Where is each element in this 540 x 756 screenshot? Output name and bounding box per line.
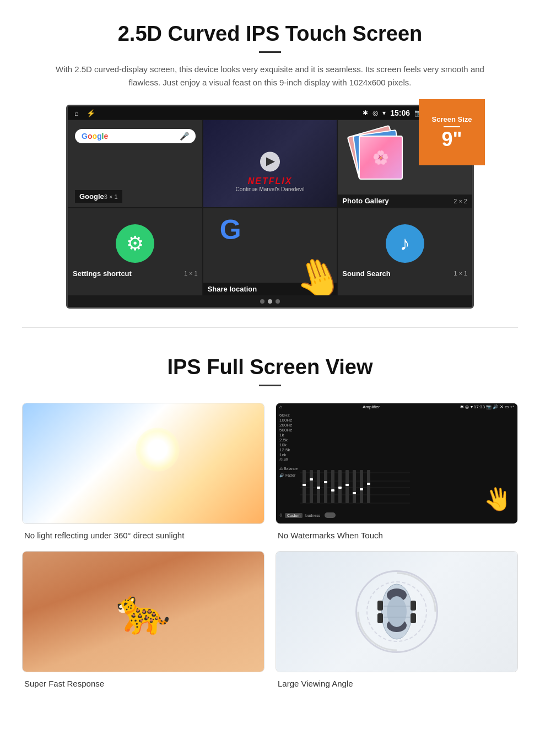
feature-label-sunlight: No light reflecting under 360° direct su… bbox=[22, 531, 264, 540]
svg-rect-32 bbox=[377, 601, 383, 611]
section2-title-underline bbox=[259, 385, 281, 386]
svg-rect-8 bbox=[310, 470, 313, 503]
settings-app-size: 1 × 1 bbox=[184, 270, 198, 277]
feature-image-cheetah: 🐆 bbox=[22, 551, 264, 672]
svg-rect-13 bbox=[324, 481, 327, 483]
section2-title: IPS Full Screen View bbox=[22, 355, 518, 379]
app-cell-google[interactable]: Google 🎤 Google 3 × 1 bbox=[68, 120, 203, 208]
car-visual bbox=[276, 552, 517, 672]
app-cell-share-location[interactable]: G 🤚 Share location 1 × 1 bbox=[203, 208, 338, 296]
feature-cheetah: 🐆 Super Fast Response bbox=[22, 551, 264, 688]
feature-grid: No light reflecting under 360° direct su… bbox=[22, 403, 518, 688]
status-left-icons: ⌂ ⚡ bbox=[74, 109, 95, 117]
svg-point-29 bbox=[387, 596, 407, 627]
pagination-dots bbox=[68, 296, 472, 307]
badge-size: 9" bbox=[441, 129, 462, 149]
feature-image-sunlight bbox=[22, 403, 264, 524]
svg-rect-9 bbox=[310, 478, 313, 480]
google-g-logo: G bbox=[220, 214, 241, 246]
amplifier-visual: ⌂ Amplifier ✱ ◎ ▾ 17:33 📷 🔊 ✕ ▭ ↩ 60Hz10… bbox=[276, 403, 517, 523]
dot-3[interactable] bbox=[276, 299, 280, 304]
app-cell-sound-search[interactable]: ♪ Sound Search 1 × 1 bbox=[337, 208, 472, 296]
netflix-play-button[interactable] bbox=[260, 152, 280, 171]
home-icon[interactable]: ⌂ bbox=[74, 109, 79, 117]
share-app-name: Share location bbox=[208, 285, 257, 293]
svg-rect-22 bbox=[360, 470, 363, 503]
loudness-toggle[interactable] bbox=[325, 512, 336, 518]
mic-icon[interactable]: 🎤 bbox=[180, 132, 189, 141]
sound-app-name: Sound Search bbox=[342, 269, 390, 278]
feature-amplifier: ⌂ Amplifier ✱ ◎ ▾ 17:33 📷 🔊 ✕ ▭ ↩ 60Hz10… bbox=[276, 403, 518, 540]
netflix-overlay: NETFLIX Continue Marvel's Daredevil bbox=[203, 172, 337, 195]
status-bar: ⌂ ⚡ ✱ ◎ ▾ 15:06 📷 🔊 ✕ ▭ ↩ bbox=[68, 106, 472, 120]
svg-rect-17 bbox=[338, 487, 342, 489]
google-app-name: Google bbox=[79, 192, 104, 201]
app-grid-row1: Google 🎤 Google 3 × 1 bbox=[68, 120, 472, 208]
svg-rect-11 bbox=[317, 487, 320, 489]
feature-label-amplifier: No Watermarks When Touch bbox=[276, 531, 518, 540]
play-triangle-icon bbox=[266, 157, 275, 166]
netflix-logo: NETFLIX bbox=[209, 176, 332, 186]
bluetooth-icon: ✱ bbox=[363, 109, 368, 117]
amp-custom-btn[interactable]: Custom bbox=[285, 513, 303, 518]
amp-bottom-bar: ⟨⟨ Custom loudness bbox=[276, 511, 517, 520]
svg-rect-15 bbox=[331, 489, 334, 492]
feature-car: Large Viewing Angle bbox=[276, 551, 518, 688]
google-logo: Google bbox=[82, 132, 108, 141]
cheetah-icon: 🐆 bbox=[116, 586, 171, 638]
amp-home-icon: ⌂ bbox=[279, 404, 282, 409]
amp-right-icons: ✱ ◎ ▾ 17:33 📷 🔊 ✕ ▭ ↩ bbox=[460, 404, 514, 409]
wifi-icon: ▾ bbox=[382, 109, 386, 117]
sound-app-size: 1 × 1 bbox=[453, 270, 467, 277]
photo-main-image: 🌸 bbox=[359, 136, 403, 180]
svg-rect-19 bbox=[345, 484, 349, 486]
svg-rect-7 bbox=[303, 484, 306, 486]
settings-app-name: Settings shortcut bbox=[73, 269, 132, 278]
feature-image-amplifier: ⌂ Amplifier ✱ ◎ ▾ 17:33 📷 🔊 ✕ ▭ ↩ 60Hz10… bbox=[276, 403, 518, 524]
sunlight-visual bbox=[23, 403, 264, 523]
sound-search-icon: ♪ bbox=[386, 224, 424, 263]
svg-rect-23 bbox=[360, 488, 363, 490]
photo-app-size: 2 × 2 bbox=[453, 198, 467, 204]
photo-app-name: Photo Gallery bbox=[342, 197, 389, 205]
settings-label-row: Settings shortcut 1 × 1 bbox=[68, 267, 202, 280]
car-topview-svg bbox=[369, 576, 424, 647]
feature-sunlight: No light reflecting under 360° direct su… bbox=[22, 403, 264, 540]
status-time: 15:06 bbox=[390, 109, 410, 117]
feature-label-car: Large Viewing Angle bbox=[276, 679, 518, 688]
amp-loudness-label: loudness bbox=[305, 514, 320, 517]
location-icon: ◎ bbox=[372, 109, 378, 117]
app-grid-row2: ⚙ Settings shortcut 1 × 1 G 🤚 Share loca… bbox=[68, 208, 472, 296]
svg-rect-21 bbox=[353, 492, 356, 494]
settings-gear-icon: ⚙ bbox=[116, 224, 154, 263]
title-underline bbox=[259, 51, 281, 53]
svg-rect-24 bbox=[367, 470, 370, 503]
svg-rect-6 bbox=[303, 470, 306, 503]
photo-label-row: Photo Gallery 2 × 2 bbox=[338, 195, 472, 207]
feature-image-car bbox=[276, 551, 518, 672]
amp-eq-labels-row: 60Hz100Hz200Hz500Hz1k 2.5k10k12.5k1ckSUB bbox=[276, 411, 517, 465]
amp-prev-icon: ⟨⟨ bbox=[279, 513, 283, 517]
svg-rect-18 bbox=[345, 470, 349, 503]
amp-controls: ⚖ Balance 🔊 Fader bbox=[276, 465, 517, 511]
google-label-row: Google 3 × 1 bbox=[75, 190, 122, 203]
section-curved-ips: 2.5D Curved IPS Touch Screen With 2.5D c… bbox=[0, 0, 540, 327]
svg-rect-33 bbox=[411, 601, 416, 611]
cheetah-visual: 🐆 bbox=[23, 552, 264, 672]
amp-freq-labels: 60Hz100Hz200Hz500Hz1k 2.5k10k12.5k1ckSUB bbox=[279, 413, 301, 462]
google-search-bar[interactable]: Google 🎤 bbox=[75, 129, 196, 143]
svg-rect-35 bbox=[411, 613, 416, 623]
app-cell-netflix[interactable]: NETFLIX Continue Marvel's Daredevil Netf… bbox=[203, 120, 338, 208]
amp-status-bar: ⌂ Amplifier ✱ ◎ ▾ 17:33 📷 🔊 ✕ ▭ ↩ bbox=[276, 403, 517, 411]
eq-bars-svg bbox=[300, 467, 410, 509]
section1-description: With 2.5D curved-display screen, this de… bbox=[44, 63, 496, 89]
dot-1[interactable] bbox=[260, 299, 264, 304]
app-cell-settings[interactable]: ⚙ Settings shortcut 1 × 1 bbox=[68, 208, 203, 296]
amp-sidebar-labels: ⚖ Balance 🔊 Fader bbox=[279, 466, 298, 510]
usb-icon: ⚡ bbox=[87, 109, 95, 117]
section1-title: 2.5D Curved IPS Touch Screen bbox=[33, 22, 507, 46]
section-ips-fullscreen: IPS Full Screen View No light reflecting… bbox=[0, 328, 540, 705]
sun-glow bbox=[136, 428, 180, 472]
android-screen: ⌂ ⚡ ✱ ◎ ▾ 15:06 📷 🔊 ✕ ▭ ↩ bbox=[66, 105, 474, 309]
dot-2[interactable] bbox=[268, 299, 272, 304]
